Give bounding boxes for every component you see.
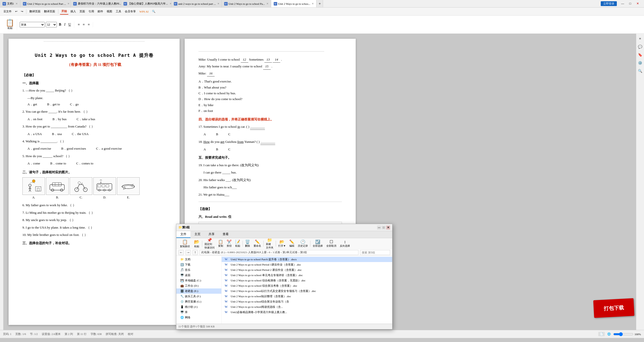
fm-path[interactable]: 此电脑 › 老硬盘 (E:) › 0.0001-20231021-人教版PEP上… (199, 250, 358, 255)
tab-doc1[interactable]: W 文档1 ✕ (0, 0, 20, 7)
tab-doc7[interactable]: W Unit 2 Ways to go to schoo... ✕ (271, 0, 317, 7)
tab-doc6[interactable]: W Unit 2 Ways to go to school Pa... ✕ (222, 0, 271, 7)
ribbon-tab-home[interactable]: 开始 (60, 9, 68, 15)
translate-button[interactable]: 翻译页面 (28, 9, 42, 15)
ribbon-tab-mail[interactable]: 邮件 (96, 9, 105, 15)
tab-close-doc4[interactable]: ✕ (170, 2, 171, 5)
fm-file-7[interactable]: W Unit 2 Ways to go to school知识整理（含答案）.d… (222, 294, 392, 299)
ribbon-tab-member[interactable]: 会员专享 (123, 9, 137, 15)
fm-file-5[interactable]: W Unit 2 Ways to go to school 综合算法考卷（含答案… (222, 283, 392, 288)
fm-tree-lib[interactable]: 🖥️ 库 (176, 310, 221, 315)
tab-close-doc5[interactable]: ✕ (217, 2, 219, 5)
tab-close-doc1[interactable]: ✕ (16, 2, 18, 5)
fm-file-10[interactable]: W Unit2必备精品测卷-小学英语六年级上册人教... (222, 310, 392, 315)
tab-doc2[interactable]: W Unit 2 Ways to go to school Part ... ✕ (20, 0, 71, 7)
fm-btn-new-folder[interactable]: 📁 新建文件夹 (265, 238, 275, 249)
tab-close-doc2[interactable]: ✕ (67, 2, 69, 5)
tab-close-doc6[interactable]: ✕ (266, 2, 268, 5)
fm-tree-work-d[interactable]: 💼 工作台 (D:) (176, 283, 221, 288)
fm-btn-history[interactable]: 🕐 历史记录 (297, 239, 309, 248)
ribbon-tab-tools[interactable]: 工具 (114, 9, 123, 15)
ribbon-tab-references[interactable]: 引用 (87, 9, 96, 15)
fm-btn-pin[interactable]: 📌 固定到快速访问 (203, 238, 216, 249)
sidebar-icon-1[interactable]: ≡ (637, 36, 643, 42)
fm-tree-downloads[interactable]: ⬇️ 下载 (176, 262, 221, 267)
file-menu-button[interactable]: ☰ 文件 (2, 9, 13, 15)
font-italic-button[interactable]: I (63, 23, 66, 27)
fm-btn-deselect[interactable]: ☐ 全部取消 (325, 239, 338, 248)
ribbon-tab-insert[interactable]: 插入 (69, 9, 77, 15)
paste-icon[interactable]: 📋 (6, 19, 14, 26)
ribbon-tab-view[interactable]: 视图 (105, 9, 114, 15)
fm-file-3[interactable]: W Unit 2 Ways to go to school 单元考点专项评价（含… (222, 273, 392, 278)
view-web-button[interactable]: 🌐 (606, 332, 612, 336)
fm-btn-paste[interactable]: 📝 粘贴 (234, 239, 242, 248)
fm-search-input[interactable] (360, 250, 390, 255)
fm-btn-delete[interactable]: 🗑️ 删除 (244, 239, 251, 248)
fm-file-1[interactable]: W Unit 2 Ways to go to school Period 1课后… (222, 262, 392, 267)
fm-tree-local-c[interactable]: 💾 本地磁盘 (C:) (176, 278, 221, 283)
view-print-button[interactable]: 📄 (598, 332, 605, 336)
font-bold-button[interactable]: B (58, 23, 62, 27)
font-family-select[interactable]: 宋体 (20, 22, 45, 27)
align-left-button[interactable]: ≡ (77, 23, 81, 27)
fm-btn-rename[interactable]: ✏️ 重命名 (252, 239, 262, 248)
fm-tab-home[interactable]: 主页 (190, 231, 205, 238)
fm-tab-file[interactable]: 文件 (176, 231, 190, 238)
fm-file-4[interactable]: W Unit 2 Ways to go to school 综合检测卷（含答案，… (222, 278, 392, 283)
fm-file-2[interactable]: W Unit 2 Ways to go to school Period 2 课… (222, 267, 392, 273)
fm-btn-open[interactable]: 📂 打开▼ (277, 239, 287, 248)
tab-doc4[interactable]: W 【核心突破】人教PEP版高六年... ✕ (121, 0, 171, 7)
fm-btn-copy-path[interactable]: 📋 复制路径 (178, 239, 191, 248)
fm-tree-desktop[interactable]: 🖥️ 桌面 (176, 273, 221, 278)
fm-close-button[interactable]: ✕ (386, 226, 390, 230)
fm-btn-edit[interactable]: ✏️ 编辑 (288, 239, 296, 248)
review-button[interactable]: 翻译页面 (43, 9, 57, 15)
font-size-select[interactable]: 12 (46, 22, 57, 27)
font-underline-button[interactable]: U (67, 23, 72, 27)
fm-tree-music[interactable]: 🎵 音乐 (176, 267, 221, 273)
zoom-slider[interactable] (613, 332, 633, 336)
fm-tree-live-g[interactable]: 💿 腾空直播 (G:) (176, 299, 221, 304)
tab-close-doc7[interactable]: ✕ (312, 2, 314, 5)
tab-doc5[interactable]: W unit 2 ways to go to school part ... ✕ (171, 0, 222, 7)
fm-btn-select-all[interactable]: ☑️ 全部选择 (311, 239, 324, 248)
fm-tree-old-e[interactable]: 🗄️ 老硬盘 (E:) (176, 288, 221, 294)
sidebar-icon-5[interactable]: 🔍 (637, 68, 643, 74)
fm-btn-open-folder[interactable]: 📂 粘贴 (192, 239, 201, 248)
fm-up-button[interactable]: ↑ (192, 250, 198, 255)
fm-tab-share[interactable]: 共享 (205, 231, 219, 238)
sidebar-icon-2[interactable]: 💬 (637, 44, 643, 50)
fm-tree-tao-j[interactable]: 📱 桃小软 (J:) (176, 304, 221, 310)
tab-doc3[interactable]: W 暑假积习作业：六年级上册人教PE... ✕ (71, 0, 121, 7)
undo-button[interactable]: ↩ (14, 9, 19, 15)
ribbon-tab-layout[interactable]: 页面 (78, 9, 87, 15)
sidebar-icon-3[interactable]: 🔖 (637, 52, 643, 58)
maximize-button[interactable]: □ (626, 1, 634, 6)
fm-btn-cut[interactable]: ✂️ 剪切 (225, 239, 233, 248)
fm-tree-fun-f[interactable]: 🔧 娱乐工具 (F:) (176, 294, 221, 299)
fm-tab-view[interactable]: 查看 (219, 231, 233, 238)
minimize-button[interactable]: — (619, 1, 626, 6)
fm-file-6[interactable]: W Unit 2 Ways to go to school以行方式及交通安全专项… (222, 288, 392, 294)
fm-file-8[interactable]: W Unit 2 Ways to go to school综合算法专达练习（含 (222, 299, 392, 304)
wps-ai-button[interactable]: WPS AI (138, 9, 150, 15)
fm-file-9[interactable]: W Unit 2 Ways to go to school阅读优选练（含... (222, 304, 392, 310)
sidebar-icon-4[interactable]: ⚙️ (637, 60, 643, 66)
fm-maximize-button[interactable]: □ (382, 226, 386, 230)
login-button[interactable]: 立即登录 (601, 1, 617, 6)
search-button[interactable]: 🔍 (150, 9, 157, 15)
align-center-button[interactable]: ≡ (82, 23, 86, 27)
fm-btn-invert[interactable]: ↕️ 反向选择 (339, 240, 351, 248)
fm-back-button[interactable]: ← (178, 250, 184, 255)
redo-button[interactable]: ↪ (19, 9, 25, 15)
fm-tree-documents[interactable]: 📁 文档 (176, 257, 221, 262)
fm-minimize-button[interactable]: — (377, 226, 381, 230)
fm-btn-clipboard-copy[interactable]: 📋 复制 (217, 239, 224, 248)
fm-tree-network[interactable]: 🌐 网络 (176, 315, 221, 320)
fm-forward-button[interactable]: → (185, 250, 191, 255)
add-tab-button[interactable]: + (316, 0, 323, 7)
align-right-button[interactable]: ≡ (87, 23, 91, 27)
fm-file-0[interactable]: W Unit2 Ways to go to school PartA 提升卷（含… (222, 257, 392, 262)
close-button[interactable]: ✕ (634, 1, 641, 6)
